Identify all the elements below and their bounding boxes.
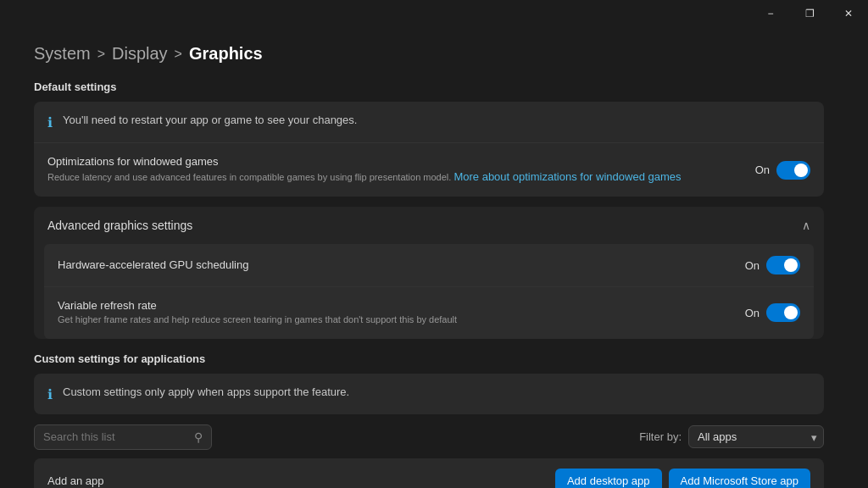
gpu-scheduling-title: Hardware-accelerated GPU scheduling xyxy=(58,258,745,271)
gpu-scheduling-status: On xyxy=(745,259,760,272)
gpu-scheduling-info: Hardware-accelerated GPU scheduling xyxy=(58,258,745,273)
add-app-buttons: Add desktop app Add Microsoft Store app xyxy=(555,469,810,488)
windowed-games-row: Optimizations for windowed games Reduce … xyxy=(34,142,824,197)
breadcrumb-system[interactable]: System xyxy=(34,44,91,64)
windowed-games-title: Optimizations for windowed games xyxy=(47,155,755,168)
main-content: System > Display > Graphics Default sett… xyxy=(0,27,858,488)
filter-select[interactable]: All apps Desktop apps Microsoft Store ap… xyxy=(688,425,824,448)
scrollbar[interactable] xyxy=(858,27,868,488)
filter-label: Filter by: xyxy=(639,430,682,443)
add-store-app-button[interactable]: Add Microsoft Store app xyxy=(669,469,810,488)
advanced-settings-title: Advanced graphics settings xyxy=(47,219,192,232)
variable-refresh-row: Variable refresh rate Get higher frame r… xyxy=(44,286,814,338)
add-desktop-app-button[interactable]: Add desktop app xyxy=(555,469,662,488)
windowed-games-link[interactable]: More about optimizations for windowed ga… xyxy=(453,170,681,183)
custom-info-icon: ℹ xyxy=(47,386,53,402)
gpu-scheduling-control: On xyxy=(745,256,800,274)
restart-info-row: ℹ You'll need to restart your app or gam… xyxy=(34,102,824,142)
breadcrumb: System > Display > Graphics xyxy=(34,44,824,64)
windowed-games-info: Optimizations for windowed games Reduce … xyxy=(47,155,755,185)
variable-refresh-title: Variable refresh rate xyxy=(58,299,745,312)
custom-info-row: ℹ Custom settings only apply when apps s… xyxy=(34,374,824,414)
search-input[interactable] xyxy=(43,430,189,443)
filter-select-wrap: All apps Desktop apps Microsoft Store ap… xyxy=(688,425,824,448)
variable-refresh-control: On xyxy=(745,303,800,322)
title-bar: − ❐ ✕ xyxy=(751,0,868,27)
add-app-label: Add an app xyxy=(47,474,104,487)
breadcrumb-current: Graphics xyxy=(189,44,263,64)
info-icon: ℹ xyxy=(47,114,53,130)
close-button[interactable]: ✕ xyxy=(829,0,868,27)
search-icon: ⚲ xyxy=(194,430,203,444)
windowed-games-toggle[interactable] xyxy=(776,161,810,180)
variable-refresh-desc: Get higher frame rates and help reduce s… xyxy=(58,313,745,326)
search-filter-row: ⚲ Filter by: All apps Desktop apps Micro… xyxy=(34,424,824,450)
restart-info-text: You'll need to restart your app or game … xyxy=(63,114,357,126)
default-settings-heading: Default settings xyxy=(34,80,824,93)
advanced-settings-card: Advanced graphics settings ∧ Hardware-ac… xyxy=(34,207,824,338)
advanced-settings-chevron: ∧ xyxy=(802,219,810,232)
advanced-settings-inner: Hardware-accelerated GPU scheduling On V… xyxy=(44,244,814,338)
custom-info-text: Custom settings only apply when apps sup… xyxy=(63,385,349,398)
default-settings-card: ℹ You'll need to restart your app or gam… xyxy=(34,102,824,197)
custom-settings-heading: Custom settings for applications xyxy=(34,352,824,365)
variable-refresh-toggle[interactable] xyxy=(766,303,800,322)
restore-button[interactable]: ❐ xyxy=(790,0,829,27)
variable-refresh-status: On xyxy=(745,307,760,319)
windowed-games-status: On xyxy=(755,164,770,176)
advanced-settings-header[interactable]: Advanced graphics settings ∧ xyxy=(34,207,824,244)
custom-settings-section: Custom settings for applications ℹ Custo… xyxy=(34,352,824,488)
windowed-games-desc: Reduce latency and use advanced features… xyxy=(47,169,755,185)
add-app-row: Add an app Add desktop app Add Microsoft… xyxy=(34,458,824,488)
breadcrumb-display[interactable]: Display xyxy=(112,44,168,64)
filter-bar: Filter by: All apps Desktop apps Microso… xyxy=(639,425,824,448)
minimize-button[interactable]: − xyxy=(751,0,790,27)
gpu-scheduling-row: Hardware-accelerated GPU scheduling On xyxy=(44,244,814,286)
breadcrumb-sep1: > xyxy=(97,47,105,62)
custom-info-card: ℹ Custom settings only apply when apps s… xyxy=(34,374,824,414)
search-bar[interactable]: ⚲ xyxy=(34,424,212,450)
breadcrumb-sep2: > xyxy=(175,47,182,62)
variable-refresh-info: Variable refresh rate Get higher frame r… xyxy=(58,299,745,326)
gpu-scheduling-toggle[interactable] xyxy=(766,256,800,274)
windowed-games-control: On xyxy=(755,161,810,180)
